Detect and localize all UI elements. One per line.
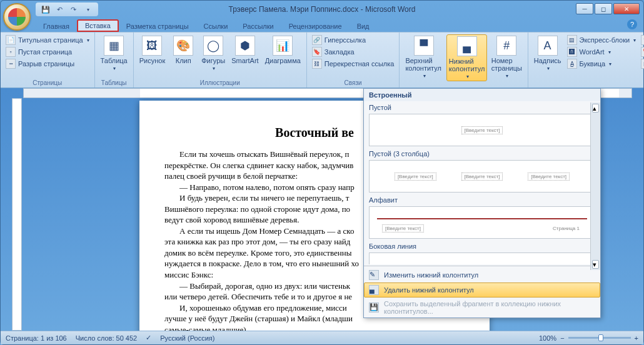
textbox-button[interactable]: AНадпись▾ [532, 34, 563, 72]
header-button[interactable]: ▀Верхний колонтитул▾ [403, 34, 444, 80]
blank-page-button[interactable]: ▫Пустая страница [4, 46, 91, 58]
undo-icon[interactable]: ↶ [54, 4, 64, 14]
status-language[interactable]: Русский (Россия) [160, 334, 214, 342]
table-button[interactable]: ▦Таблица▾ [99, 34, 129, 72]
status-words[interactable]: Число слов: 50 452 [76, 334, 137, 342]
dropdown-header: Встроенный [364, 89, 600, 101]
save-icon[interactable]: 💾 [41, 4, 51, 14]
tab-review[interactable]: Рецензирование [281, 21, 350, 32]
remove-footer-item[interactable]: ▄Удалить нижний колонтитул [364, 282, 600, 298]
tab-home[interactable]: Главная [36, 21, 77, 32]
smartart-button[interactable]: ⬢SmartArt [229, 34, 260, 66]
help-icon[interactable]: ? [627, 19, 637, 29]
ribbon-tabs: Главная Вставка Разметка страницы Ссылки… [1, 18, 643, 32]
scroll-down-icon[interactable]: ▾ [592, 260, 599, 269]
section-blank: Пустой [369, 104, 595, 111]
maximize-button[interactable]: ◻ [595, 3, 612, 14]
scroll-up-icon[interactable]: ▴ [592, 104, 599, 112]
cover-page-button[interactable]: 📄Титульная страница▾ [4, 34, 91, 46]
shapes-button[interactable]: ◯Фигуры▾ [199, 34, 227, 72]
zoom-controls: 100% − + [539, 334, 638, 342]
tab-view[interactable]: Вид [350, 21, 377, 32]
picture-button[interactable]: 🖼Рисунок [138, 34, 168, 66]
tab-page-layout[interactable]: Разметка страницы [119, 21, 196, 32]
window-title: Трэверс Памела. Мэри Поппинс.docx - Micr… [229, 5, 416, 14]
edit-icon: ✎ [369, 270, 379, 280]
group-tables-label: Таблицы [99, 79, 129, 87]
redo-icon[interactable]: ↷ [68, 4, 78, 14]
group-pages-label: Страницы [4, 79, 91, 87]
tab-insert[interactable]: Вставка [77, 19, 119, 32]
vertical-ruler[interactable] [12, 98, 22, 331]
object-button[interactable]: ◧Объект▾ [640, 58, 644, 69]
footer-button[interactable]: ▄Нижний колонтитул▾ [446, 34, 487, 81]
section-alphabet: Алфавит [369, 196, 595, 204]
quick-access-toolbar: 💾 ↶ ↷ ▾ [36, 2, 98, 16]
hyperlink-button[interactable]: 🔗Гиперссылка [311, 34, 396, 46]
datetime-button[interactable]: 📅Дата и время [640, 46, 644, 58]
close-button[interactable]: ✕ [613, 3, 640, 14]
zoom-in-icon[interactable]: + [635, 334, 638, 342]
office-button[interactable] [3, 3, 31, 31]
status-bar: Страница: 1 из 106 Число слов: 50 452 ✓ … [1, 331, 643, 344]
delete-icon: ▄ [369, 285, 379, 295]
crossref-button[interactable]: ⛓Перекрестная ссылка [311, 58, 396, 69]
group-links-label: Связи [311, 79, 396, 87]
footer-preview-sideline[interactable]: | [369, 252, 595, 264]
signature-button[interactable]: ✎Строка подписи▾ [640, 34, 644, 46]
tab-references[interactable]: Ссылки [196, 21, 236, 32]
footer-gallery-dropdown: Встроенный Пустой [Введите текст] Пустой… [363, 88, 601, 318]
save-selection-icon: 💾 [369, 302, 379, 312]
status-page[interactable]: Страница: 1 из 106 [6, 334, 67, 342]
clipart-button[interactable]: 🎨Клип [169, 34, 197, 66]
section-sideline: Боковая линия [369, 242, 595, 250]
minimize-button[interactable]: ─ [576, 3, 593, 14]
group-illustrations-label: Иллюстрации [138, 79, 303, 87]
ribbon: 📄Титульная страница▾ ▫Пустая страница ┅Р… [1, 32, 643, 88]
zoom-level[interactable]: 100% [539, 334, 556, 342]
dropcap-button[interactable]: A̲Буквица▾ [566, 58, 638, 69]
bookmark-button[interactable]: 🔖Закладка [311, 46, 396, 58]
edit-footer-item[interactable]: ✎Изменить нижний колонтитул [364, 268, 600, 282]
save-footer-item: 💾Сохранить выделенный фрагмент в коллекц… [364, 298, 600, 318]
tab-mailings[interactable]: Рассылки [235, 21, 281, 32]
chart-button[interactable]: 📊Диаграмма [263, 34, 303, 66]
footer-preview-blank3[interactable]: [Введите текст] [Введите текст] [Введите… [369, 160, 595, 192]
quickparts-button[interactable]: ▤Экспресс-блоки▾ [566, 34, 638, 46]
dropdown-scrollbar[interactable]: ▴ ▾ [590, 102, 600, 270]
titlebar: 💾 ↶ ↷ ▾ Трэверс Памела. Мэри Поппинс.doc… [1, 1, 643, 18]
document-area: Восточный ве Если ты хочешь отыскать Виш… [1, 88, 643, 331]
page-break-button[interactable]: ┅Разрыв страницы [4, 58, 91, 69]
section-blank3: Пустой (3 столбца) [369, 150, 595, 158]
page-number-button[interactable]: #Номер страницы▾ [490, 34, 524, 80]
footer-preview-alphabet[interactable]: [Введите текст] Страница 1 [369, 206, 595, 239]
wordart-button[interactable]: 🅰WordArt▾ [566, 46, 638, 58]
zoom-out-icon[interactable]: − [560, 334, 564, 342]
zoom-slider[interactable] [568, 337, 631, 339]
footer-preview-blank[interactable]: [Введите текст] [369, 114, 595, 146]
proofing-icon[interactable]: ✓ [146, 334, 151, 342]
qat-menu-icon[interactable]: ▾ [83, 4, 93, 14]
